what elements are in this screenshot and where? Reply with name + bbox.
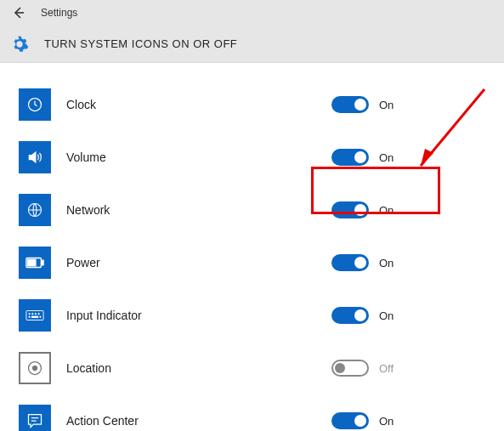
toggle-state: On <box>379 204 394 217</box>
item-label: Clock <box>66 98 296 111</box>
toggle-state: On <box>379 151 394 164</box>
svg-point-8 <box>35 313 36 314</box>
list-item: Volume On <box>0 131 504 184</box>
toggle-input-indicator[interactable] <box>331 307 369 324</box>
list-item: Action Center On <box>0 394 504 431</box>
svg-rect-11 <box>31 316 37 317</box>
list-item: Input Indicator On <box>0 289 504 342</box>
svg-rect-3 <box>28 259 36 265</box>
keyboard-icon <box>19 299 51 332</box>
page-header: TURN SYSTEM ICONS ON OR OFF <box>0 26 504 63</box>
svg-point-14 <box>33 366 37 371</box>
action-center-icon <box>19 405 51 431</box>
list-item: Power On <box>0 236 504 289</box>
svg-point-7 <box>32 313 33 314</box>
item-label: Location <box>66 361 296 375</box>
svg-point-9 <box>38 313 39 314</box>
item-label: Volume <box>66 150 296 164</box>
svg-point-10 <box>29 316 30 317</box>
toggle-action-center[interactable] <box>331 412 369 429</box>
toggle-state: On <box>379 309 394 322</box>
back-button[interactable] <box>7 1 31 25</box>
item-label: Input Indicator <box>66 309 296 322</box>
toggle-state: On <box>379 257 394 269</box>
toggle-volume[interactable] <box>331 149 369 166</box>
back-arrow-icon <box>12 6 25 20</box>
power-icon <box>19 247 51 279</box>
svg-rect-5 <box>26 311 43 320</box>
list-item: Network On <box>0 184 504 236</box>
page-title: TURN SYSTEM ICONS ON OR OFF <box>44 37 237 50</box>
toggle-state: On <box>379 99 394 111</box>
svg-point-12 <box>40 316 41 317</box>
toggle-clock[interactable] <box>331 96 369 113</box>
item-label: Power <box>66 256 296 269</box>
location-icon <box>19 352 51 384</box>
toggle-location[interactable] <box>331 360 369 377</box>
list-item: Location Off <box>0 342 504 394</box>
toggle-state: On <box>379 415 394 428</box>
list-item: Clock On <box>0 78 504 131</box>
settings-list: Clock On Volume On Network On Power <box>0 63 504 431</box>
gear-icon <box>10 35 29 54</box>
clock-icon <box>19 88 51 121</box>
toggle-power[interactable] <box>331 254 369 271</box>
svg-rect-4 <box>42 260 43 265</box>
volume-icon <box>19 141 51 173</box>
toggle-network[interactable] <box>331 201 369 218</box>
titlebar: Settings <box>0 0 504 26</box>
item-label: Action Center <box>66 414 296 428</box>
network-icon <box>19 194 51 226</box>
toggle-state: Off <box>379 362 394 375</box>
window-title: Settings <box>41 7 77 19</box>
svg-point-6 <box>29 313 30 314</box>
item-label: Network <box>66 203 296 217</box>
